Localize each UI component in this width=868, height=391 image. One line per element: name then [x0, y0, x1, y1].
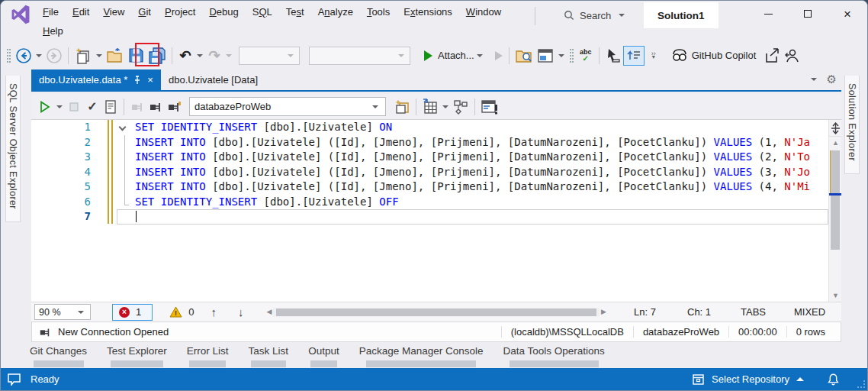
- scroll-up-icon[interactable]: ▲: [832, 140, 838, 146]
- toolbar-grip[interactable]: [7, 49, 11, 63]
- sql-code-editor[interactable]: 1SET IDENTITY_INSERT [dbo].[Uzivatele] O…: [31, 119, 841, 302]
- menu-item-git[interactable]: Git: [131, 2, 158, 21]
- connect-button[interactable]: [146, 97, 165, 117]
- menu-item-sql[interactable]: SQL: [246, 2, 279, 21]
- tab-dbo-uzivatele-data-grid[interactable]: dbo.Uzivatele [Data]: [161, 69, 265, 90]
- configuration-combobox[interactable]: [239, 47, 300, 65]
- search-box[interactable]: Search: [558, 5, 633, 25]
- code-line[interactable]: 2INSERT INTO [dbo].[Uzivatele] ([Id], [J…: [31, 135, 828, 150]
- tab-dbo-uzivatele-data-script[interactable]: dbo.Uzivatele.data * ×: [31, 69, 161, 90]
- tab-close-icon[interactable]: ×: [147, 75, 153, 85]
- code-area[interactable]: 1SET IDENTITY_INSERT [dbo].[Uzivatele] O…: [31, 120, 828, 302]
- code-line[interactable]: 5INSERT INTO [dbo].[Uzivatele] ([Id], [J…: [31, 179, 828, 195]
- selection-mode-button[interactable]: [603, 46, 623, 66]
- pin-icon[interactable]: [133, 76, 141, 85]
- menu-item-debug[interactable]: Debug: [202, 2, 245, 21]
- stop-query-button[interactable]: [65, 97, 83, 117]
- editor-splitter-handle[interactable]: [829, 120, 841, 137]
- start-without-debug-button[interactable]: [487, 46, 505, 66]
- bottom-tab-git-changes[interactable]: Git Changes: [30, 345, 87, 367]
- redo-button[interactable]: ↷: [205, 46, 223, 66]
- feedback-button[interactable]: [782, 46, 802, 66]
- menu-item-edit[interactable]: Edit: [66, 2, 96, 21]
- search-dropdown-caret[interactable]: [619, 14, 625, 17]
- sql-server-object-explorer-tab[interactable]: SQL Server Object Explorer: [5, 76, 21, 222]
- spell-check-button[interactable]: abc✓: [577, 46, 595, 66]
- menu-item-analyze[interactable]: Analyze: [311, 2, 360, 21]
- navigate-back-button[interactable]: [14, 46, 34, 66]
- error-indicator[interactable]: × 1: [112, 304, 153, 321]
- schema-compare-button[interactable]: [451, 97, 471, 117]
- close-button[interactable]: ×: [828, 1, 867, 27]
- menu-item-help[interactable]: Help: [36, 21, 70, 40]
- add-table-button[interactable]: [420, 97, 440, 117]
- start-attach-button[interactable]: Attach...: [423, 46, 487, 66]
- warning-indicator[interactable]: ! 0: [163, 306, 200, 318]
- word-wrap-toggle-button[interactable]: [623, 46, 645, 66]
- menu-item-project[interactable]: Project: [158, 2, 202, 21]
- database-combobox[interactable]: databazeProWeb: [189, 97, 386, 116]
- bottom-tab-test-explorer[interactable]: Test Explorer: [107, 345, 167, 367]
- bottom-tab-error-list[interactable]: Error List: [187, 345, 229, 367]
- code-line[interactable]: 7: [31, 209, 828, 225]
- minimize-button[interactable]: [748, 1, 788, 27]
- menu-item-tools[interactable]: Tools: [360, 2, 397, 21]
- bottom-tab-data-tools-operations[interactable]: Data Tools Operations: [503, 345, 605, 367]
- table-dropdown-caret[interactable]: [442, 105, 448, 108]
- scroll-right-icon[interactable]: ▶: [601, 309, 606, 315]
- gear-icon[interactable]: ⚙: [827, 73, 837, 85]
- toolbar-overflow-button[interactable]: ››▾: [645, 46, 663, 66]
- navigate-forward-button[interactable]: [44, 46, 64, 66]
- platform-combobox[interactable]: [309, 47, 410, 65]
- previous-issue-icon[interactable]: ↑: [211, 305, 217, 318]
- preview-dropdown-caret[interactable]: [558, 54, 564, 57]
- scroll-left-icon[interactable]: ◀: [266, 309, 272, 315]
- query-options-button[interactable]: [101, 97, 120, 117]
- share-button[interactable]: [762, 46, 782, 66]
- results-pane-button[interactable]: [479, 97, 500, 117]
- preview-window-button[interactable]: [535, 46, 556, 66]
- find-in-files-button[interactable]: [513, 46, 535, 66]
- maximize-button[interactable]: [788, 1, 828, 27]
- execute-dropdown-caret[interactable]: [56, 105, 63, 108]
- bottom-tab-output[interactable]: Output: [308, 345, 339, 367]
- notifications-button[interactable]: [827, 373, 840, 386]
- bottom-tab-package-manager-console[interactable]: Package Manager Console: [359, 345, 484, 367]
- scrollbar-thumb[interactable]: [831, 150, 840, 250]
- code-line[interactable]: 6SET IDENTITY_INSERT [dbo].[Uzivatele] O…: [31, 195, 828, 210]
- code-line[interactable]: 3INSERT INTO [dbo].[Uzivatele] ([Id], [J…: [31, 150, 828, 165]
- new-project-dropdown-caret[interactable]: [96, 54, 102, 57]
- active-files-dropdown-icon[interactable]: [811, 78, 817, 81]
- back-dropdown-caret[interactable]: [36, 54, 42, 57]
- resize-grip[interactable]: [857, 380, 865, 388]
- undo-dropdown-caret[interactable]: [197, 54, 203, 57]
- menu-item-view[interactable]: View: [96, 2, 131, 21]
- code-line[interactable]: 4INSERT INTO [dbo].[Uzivatele] ([Id], [J…: [31, 165, 828, 180]
- menu-item-test[interactable]: Test: [279, 2, 311, 21]
- vertical-scrollbar[interactable]: ▲ ▼: [828, 120, 841, 302]
- solution-explorer-tab[interactable]: Solution Explorer: [844, 76, 860, 174]
- horizontal-scroll-track[interactable]: [273, 308, 600, 317]
- menu-item-extensions[interactable]: Extensions: [397, 2, 459, 21]
- disconnect-button[interactable]: [128, 97, 146, 117]
- github-copilot-button[interactable]: GitHub Copilot: [669, 46, 763, 66]
- change-connection-button[interactable]: [165, 97, 183, 117]
- zoom-combobox[interactable]: 90 %: [34, 304, 91, 320]
- feedback-bubble-icon[interactable]: [7, 373, 21, 386]
- execute-query-button[interactable]: [36, 97, 54, 117]
- scroll-down-icon[interactable]: ▼: [832, 292, 838, 299]
- redo-dropdown-caret[interactable]: [226, 54, 232, 57]
- bottom-tab-task-list[interactable]: Task List: [249, 345, 289, 367]
- open-file-button[interactable]: [104, 46, 126, 66]
- undo-button[interactable]: ↶: [176, 46, 194, 66]
- horizontal-scroll-thumb[interactable]: [276, 309, 596, 316]
- menu-item-file[interactable]: File: [36, 2, 66, 21]
- select-repository-button[interactable]: Select Repository: [692, 373, 804, 386]
- next-issue-icon[interactable]: ↓: [238, 305, 244, 318]
- horizontal-scrollbar[interactable]: ◀ ▶: [266, 308, 606, 317]
- new-project-button[interactable]: [72, 46, 94, 66]
- menu-item-window[interactable]: Window: [459, 2, 508, 21]
- solution-name-badge[interactable]: Solution1: [644, 2, 719, 28]
- toolbar-grip[interactable]: [570, 49, 574, 63]
- new-query-button[interactable]: [392, 97, 412, 117]
